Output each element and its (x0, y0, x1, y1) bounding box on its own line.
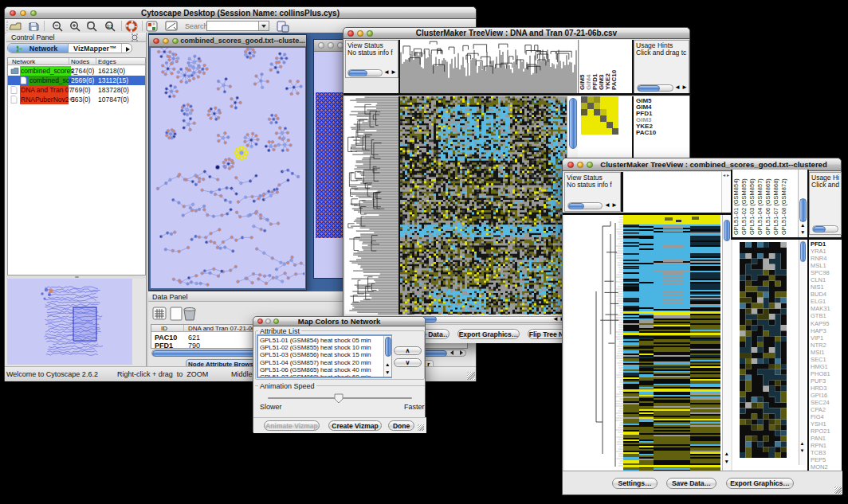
svg-text:1:1: 1:1 (107, 24, 112, 29)
